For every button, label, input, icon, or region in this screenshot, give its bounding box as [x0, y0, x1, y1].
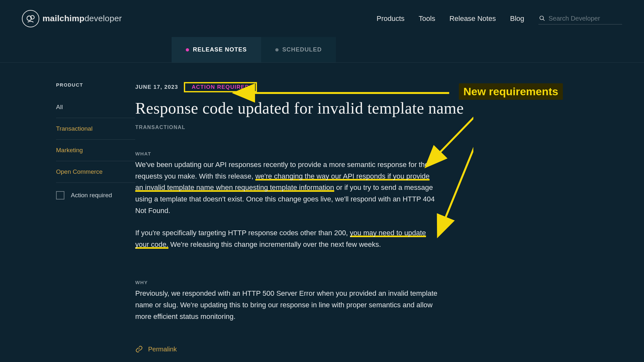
article-date: JUNE 17, 2023: [135, 84, 178, 90]
permalink-label: Permalink: [148, 346, 177, 353]
tab-scheduled[interactable]: SCHEDULED: [261, 37, 336, 62]
what-paragraph-1: We've been updating our API responses re…: [135, 159, 438, 216]
svg-line-3: [543, 19, 545, 21]
tab-label: RELEASE NOTES: [193, 46, 247, 53]
article-title: Response code updated for invalid templa…: [135, 99, 473, 117]
nav-products[interactable]: Products: [376, 14, 404, 23]
primary-nav: Products Tools Release Notes Blog: [376, 13, 622, 24]
search-input[interactable]: [548, 15, 621, 22]
nav-release-notes[interactable]: Release Notes: [450, 14, 496, 23]
action-required-label: Action required: [71, 192, 112, 199]
action-required-filter[interactable]: Action required: [56, 183, 135, 200]
site-header: mailchimpdeveloper Products Tools Releas…: [0, 0, 644, 37]
link-icon: [135, 345, 143, 353]
tab-dot-icon: [275, 48, 279, 51]
tab-release-notes[interactable]: RELEASE NOTES: [172, 37, 261, 62]
main-content: PRODUCT All Transactional Marketing Open…: [0, 63, 644, 353]
logo-text: mailchimpdeveloper: [43, 14, 122, 23]
article-meta: JUNE 17, 2023 ACTION REQUIRED: [135, 82, 473, 92]
release-note-article: JUNE 17, 2023 ACTION REQUIRED Response c…: [135, 82, 473, 353]
annotation-highlight-box: ACTION REQUIRED: [184, 82, 257, 92]
why-paragraph-1: Previously, we responded with an HTTP 50…: [135, 288, 438, 322]
nav-blog[interactable]: Blog: [510, 14, 524, 23]
logo-mark-icon: [22, 10, 39, 27]
checkbox-icon[interactable]: [56, 191, 64, 200]
why-label: WHY: [135, 280, 473, 285]
tab-dot-icon: [186, 48, 189, 51]
nav-tools[interactable]: Tools: [419, 14, 435, 23]
annotation-callout: New requirements: [459, 83, 563, 100]
sidebar-item-marketing[interactable]: Marketing: [56, 140, 135, 161]
what-paragraph-2: If you're specifically targeting HTTP re…: [135, 227, 438, 250]
sidebar-item-open-commerce[interactable]: Open Commerce: [56, 161, 135, 183]
sidebar: PRODUCT All Transactional Marketing Open…: [0, 82, 135, 353]
sidebar-item-all[interactable]: All: [56, 97, 135, 118]
article-category: TRANSACTIONAL: [135, 125, 473, 130]
search-icon: [539, 15, 545, 22]
annotation-arrow-icon: [444, 102, 473, 220]
permalink-link[interactable]: Permalink: [135, 345, 473, 353]
search-box[interactable]: [538, 13, 622, 24]
logo[interactable]: mailchimpdeveloper: [22, 10, 122, 27]
what-label: WHAT: [135, 151, 473, 156]
svg-point-2: [540, 16, 543, 20]
action-required-badge: ACTION REQUIRED: [186, 81, 255, 93]
sidebar-item-transactional[interactable]: Transactional: [56, 118, 135, 140]
sidebar-heading: PRODUCT: [56, 82, 135, 88]
tabs-row: RELEASE NOTES SCHEDULED: [0, 37, 644, 63]
tab-label: SCHEDULED: [282, 46, 322, 53]
